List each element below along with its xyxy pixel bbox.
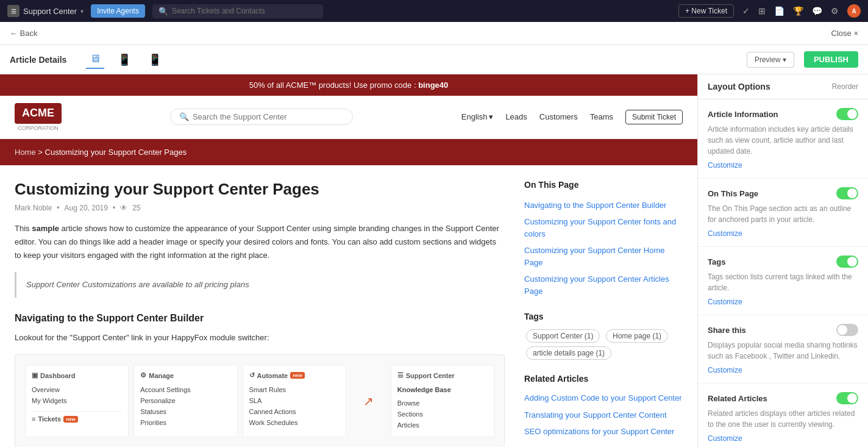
back-button[interactable]: ← Back <box>10 29 38 38</box>
nav-teams-label: Teams <box>590 112 613 121</box>
sidebar-link-4[interactable]: Customizing your Support Center Articles… <box>524 271 683 299</box>
site-search: 🔍 <box>170 109 353 125</box>
layout-item-tags-desc: Tags section lists current tags linked w… <box>708 271 858 293</box>
nav-english-chevron-icon: ▾ <box>489 112 493 121</box>
module-item-kb: Knowledge Base <box>397 384 488 395</box>
related-link-2[interactable]: Translating your Support Center Content <box>524 407 683 424</box>
tag-1[interactable]: Home page (1) <box>606 329 668 343</box>
site-nav: English ▾ Leads Customers Teams Submit T… <box>461 110 683 124</box>
back-close-bar: ← Back Close × <box>0 22 868 45</box>
doc-icon[interactable]: 📄 <box>774 6 784 16</box>
desktop-view-icon[interactable]: 🖥 <box>86 50 104 69</box>
body-sample: sample <box>32 224 59 233</box>
nav-english-label: English <box>461 112 488 121</box>
global-search: 🔍 <box>152 4 323 18</box>
trophy-icon[interactable]: 🏆 <box>793 6 803 16</box>
new-ticket-button[interactable]: + New Ticket <box>678 4 734 18</box>
grid-icon[interactable]: ⊞ <box>758 6 766 16</box>
layout-item-share-desc: Displays popular social media sharing ho… <box>708 340 858 362</box>
publish-button[interactable]: PUBLISH <box>804 51 858 68</box>
module-item-work: Work Schedules <box>249 417 340 428</box>
sidebar-link-1[interactable]: Navigating to the Support Center Builder <box>524 197 683 214</box>
blockquote: Support Center Customizations are availa… <box>15 272 505 298</box>
preview-button[interactable]: Preview ▾ <box>747 52 794 68</box>
acme-logo: ACME CORPORATION <box>15 103 62 131</box>
related-link-1[interactable]: Adding Custom Code to your Support Cente… <box>524 390 683 407</box>
module-item-articles: Articles <box>397 420 488 431</box>
automate-new-badge: new <box>290 372 305 379</box>
layout-item-on-this-page-header: On This Page <box>708 187 858 199</box>
layout-item-on-this-page-toggle[interactable] <box>836 187 858 199</box>
body-rest: article shows how to customize the appea… <box>15 224 499 260</box>
promo-text: 50% of all ACME™ products! Use promo cod… <box>249 80 416 90</box>
article-section-body: Lookout for the "Support Center" link in… <box>15 331 505 345</box>
module-col-manage: ⚙ Manage Account Settings Personalize St… <box>133 365 237 437</box>
nav-leads[interactable]: Leads <box>505 112 527 121</box>
layout-item-on-this-page-customize[interactable]: Customize <box>708 229 742 238</box>
right-panel: Layout Options Reorder Article Informati… <box>697 74 868 447</box>
layout-item-on-this-page: On This Page The On This Page section ac… <box>698 179 868 247</box>
layout-item-article-info-toggle[interactable] <box>836 108 858 120</box>
tablet-view-icon[interactable]: 📱 <box>114 51 135 69</box>
sidebar-link-3[interactable]: Customizing your Support Center Home Pag… <box>524 242 683 271</box>
related-articles-title: Related Articles <box>524 374 683 384</box>
nav-english[interactable]: English ▾ <box>461 112 494 121</box>
layout-item-tags-customize[interactable]: Customize <box>708 298 742 306</box>
related-articles-section: Related Articles Adding Custom Code to y… <box>524 374 683 440</box>
article-body: This sample article shows how to customi… <box>15 222 505 345</box>
mobile-view-icon[interactable]: 📱 <box>144 51 165 69</box>
on-this-page-title: On This Page <box>524 180 683 190</box>
chat-icon[interactable]: 💬 <box>812 6 822 16</box>
tags-title: Tags <box>524 312 683 321</box>
layout-item-related-toggle[interactable] <box>836 392 858 404</box>
breadcrumb: Home > Customizing your Support Center P… <box>0 139 697 165</box>
article-date: Aug 20, 2019 <box>65 204 108 212</box>
meta-dot1: • <box>57 204 59 212</box>
tag-0[interactable]: Support Center (1) <box>526 329 600 343</box>
search-input[interactable] <box>172 7 317 15</box>
settings-icon[interactable]: ⚙ <box>831 6 839 16</box>
avatar[interactable]: A <box>847 4 861 18</box>
layout-item-share-customize[interactable]: Customize <box>708 366 742 374</box>
tag-2[interactable]: article details page (1) <box>526 346 611 360</box>
main-layout: 50% of all ACME™ products! Use promo cod… <box>0 74 868 447</box>
nav-teams[interactable]: Teams <box>590 112 613 121</box>
layout-item-article-info-header: Article Information <box>708 108 858 120</box>
layout-item-related-customize[interactable]: Customize <box>708 434 742 443</box>
on-this-page-section: On This Page Navigating to the Support C… <box>524 180 683 300</box>
layout-item-tags-header: Tags <box>708 256 858 268</box>
acme-logo-box: ACME <box>15 103 62 124</box>
check-circle-icon[interactable]: ✓ <box>742 6 750 16</box>
module-item-sections: Sections <box>397 409 488 420</box>
top-nav-actions: + New Ticket ✓ ⊞ 📄 🏆 💬 ⚙ A <box>678 4 861 18</box>
invite-agents-button[interactable]: Invite Agents <box>91 4 145 18</box>
layout-item-article-info-customize[interactable]: Customize <box>708 161 742 170</box>
layout-item-tags-toggle[interactable] <box>836 256 858 268</box>
submit-ticket-button[interactable]: Submit Ticket <box>625 110 683 124</box>
reorder-link[interactable]: Reorder <box>832 82 858 91</box>
automate-label: Automate <box>257 372 288 379</box>
module-item-sla: SLA <box>249 395 340 406</box>
acme-logo-line1: ACME <box>22 107 54 120</box>
support-label: Support Center <box>406 372 455 379</box>
site-search-input[interactable] <box>193 112 344 121</box>
nav-customers[interactable]: Customers <box>539 112 578 121</box>
layout-item-share: Share this Displays popular social media… <box>698 315 868 384</box>
search-icon: 🔍 <box>158 7 168 16</box>
layout-item-tags: Tags Tags section lists current tags lin… <box>698 247 868 315</box>
layout-item-on-this-page-name: On This Page <box>708 189 758 198</box>
layout-item-related-desc: Related articles displays other articles… <box>708 408 858 430</box>
layout-item-related-header: Related Articles <box>708 392 858 404</box>
close-button[interactable]: Close × <box>831 29 858 38</box>
related-link-3[interactable]: SEO optimizations for your Support Cente… <box>524 423 683 440</box>
arrow-indicator: ↗ <box>351 365 386 437</box>
article-author: Mark Noble <box>15 204 52 212</box>
sidebar-link-2[interactable]: Customizing your Support Center fonts an… <box>524 213 683 242</box>
layout-item-share-toggle[interactable] <box>836 324 858 336</box>
module-item-browse: Browse <box>397 398 488 409</box>
breadcrumb-home[interactable]: Home <box>15 148 36 157</box>
layout-item-tags-name: Tags <box>708 257 725 266</box>
article-views: 25 <box>132 204 140 212</box>
article-meta: Mark Noble • Aug 20, 2019 • 👁 25 <box>15 204 505 212</box>
nav-customers-label: Customers <box>539 112 578 121</box>
